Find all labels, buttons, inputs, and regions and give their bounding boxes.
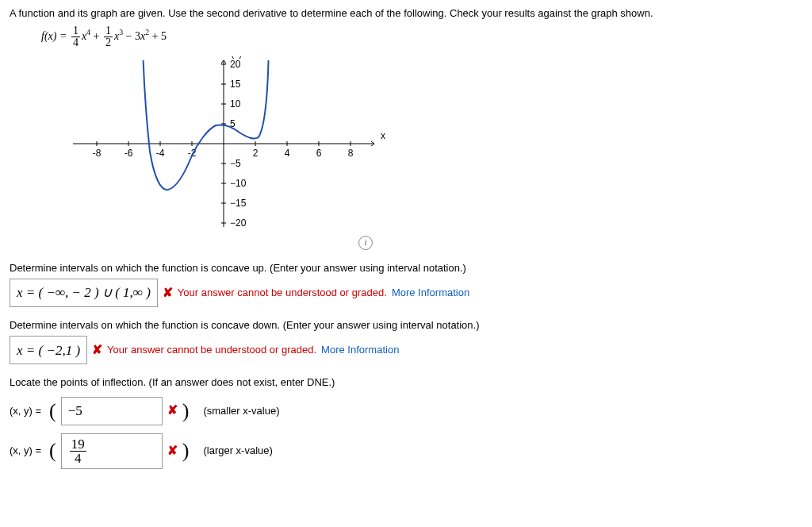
larger-x-tag: (larger x-value) bbox=[203, 444, 272, 458]
svg-text:−5: −5 bbox=[230, 158, 241, 169]
cross-icon: ✘ bbox=[167, 402, 178, 419]
function-graph: -8 -6 -4 -2 2 4 6 8 20 15 10 5 −5 −10 −1… bbox=[57, 56, 802, 250]
svg-text:20: 20 bbox=[230, 59, 241, 70]
svg-text:6: 6 bbox=[316, 148, 322, 159]
concave-up-question: Determine intervals on which the functio… bbox=[10, 261, 802, 307]
svg-text:-6: -6 bbox=[124, 148, 133, 159]
cross-icon: ✘ bbox=[163, 284, 173, 302]
feedback-text: Your answer cannot be understood or grad… bbox=[178, 286, 387, 300]
svg-text:8: 8 bbox=[348, 148, 354, 159]
function-formula: f(x) = 14x4 + 12x3 − 3x2 + 5 bbox=[41, 25, 802, 48]
svg-text:-4: -4 bbox=[156, 148, 165, 159]
svg-text:x: x bbox=[381, 130, 385, 141]
svg-text:4: 4 bbox=[285, 148, 290, 159]
concave-up-prompt: Determine intervals on which the functio… bbox=[10, 261, 802, 275]
xy-label: (x, y) = bbox=[10, 444, 41, 458]
svg-text:−15: −15 bbox=[230, 198, 247, 209]
curve bbox=[144, 60, 269, 190]
close-paren: ) bbox=[182, 401, 190, 421]
close-paren: ) bbox=[182, 440, 190, 461]
feedback-text: Your answer cannot be understood or grad… bbox=[107, 343, 316, 357]
more-information-link[interactable]: More Information bbox=[321, 343, 399, 357]
inflection-answer-2[interactable]: 194 bbox=[61, 433, 163, 469]
cross-icon: ✘ bbox=[167, 442, 178, 460]
concave-down-prompt: Determine intervals on which the functio… bbox=[10, 318, 802, 333]
svg-text:f(x): f(x) bbox=[228, 56, 242, 59]
concave-down-answer[interactable]: x = ( −2,1 ) bbox=[10, 336, 87, 364]
open-paren: ( bbox=[49, 401, 56, 421]
info-icon[interactable]: i bbox=[358, 236, 373, 250]
svg-text:10: 10 bbox=[230, 98, 241, 110]
cross-icon: ✘ bbox=[92, 341, 102, 359]
xy-label: (x, y) = bbox=[10, 404, 41, 418]
svg-text:−20: −20 bbox=[230, 217, 247, 229]
inflection-answer-1[interactable]: −5 bbox=[61, 397, 163, 425]
svg-text:2: 2 bbox=[253, 148, 259, 159]
svg-text:15: 15 bbox=[230, 79, 241, 90]
more-information-link[interactable]: More Information bbox=[392, 286, 469, 300]
svg-text:-8: -8 bbox=[93, 148, 102, 159]
inflection-question: Locate the points of inflection. (If an … bbox=[10, 375, 802, 468]
svg-text:−10: −10 bbox=[230, 178, 247, 189]
intro-text: A function and its graph are given. Use … bbox=[10, 6, 802, 21]
open-paren: ( bbox=[49, 440, 56, 461]
smaller-x-tag: (smaller x-value) bbox=[203, 404, 279, 418]
inflection-prompt: Locate the points of inflection. (If an … bbox=[10, 375, 802, 390]
concave-up-answer[interactable]: x = ( −∞, − 2 ) ∪ ( 1,∞ ) bbox=[10, 279, 158, 307]
concave-down-question: Determine intervals on which the functio… bbox=[10, 318, 802, 364]
